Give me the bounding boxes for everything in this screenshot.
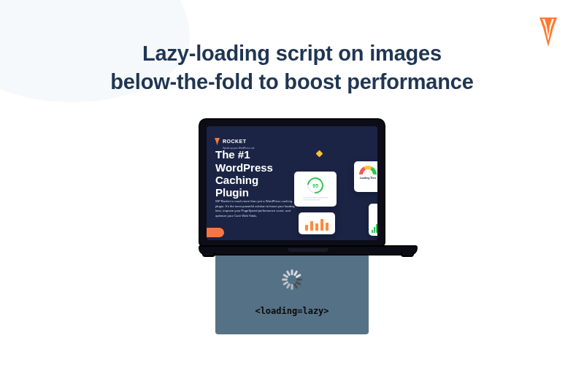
laptop-foot: [202, 253, 215, 257]
laptop-base: [199, 245, 418, 255]
performance-score-card: 95: [294, 172, 337, 207]
page-title: Lazy-loading script on images below-the-…: [0, 0, 584, 96]
loading-time-card: Loading Time: [354, 161, 377, 192]
decorative-diamond-icon: [316, 150, 323, 158]
laptop-screen-frame: ROCKET Speed up your WordPress site The …: [199, 118, 385, 247]
illustration-stage: ROCKET Speed up your WordPress site The …: [182, 118, 402, 334]
cta-pill: [207, 228, 224, 237]
svg-rect-0: [303, 197, 328, 199]
loading-spinner-icon: [282, 274, 302, 294]
code-snippet: <loading=lazy>: [255, 306, 328, 316]
laptop-illustration: ROCKET Speed up your WordPress site The …: [199, 118, 385, 255]
svg-rect-1: [303, 199, 320, 201]
score-ring-icon: 95: [304, 174, 327, 197]
svg-rect-2: [372, 230, 373, 233]
score-value: 95: [312, 183, 318, 188]
wp-rocket-logo-text: ROCKET: [223, 139, 247, 144]
below-fold-panel: <loading=lazy>: [215, 255, 369, 334]
svg-rect-3: [374, 227, 375, 233]
headline-line-1: Lazy-loading script on images: [142, 42, 442, 65]
headline-line-2: below-the-fold to boost performance: [110, 70, 473, 93]
gauge-label: Loading Time: [354, 177, 377, 180]
side-metric-card: [369, 204, 377, 236]
brand-logo-icon: [537, 16, 559, 51]
laptop-foot: [401, 253, 414, 257]
bar-chart-card: [299, 212, 335, 234]
svg-rect-4: [376, 224, 377, 233]
gauge-icon: [359, 166, 377, 174]
hero-title: The #1 WordPress Caching Plugin: [215, 148, 292, 199]
wp-rocket-logo: ROCKET Speed up your WordPress site: [214, 133, 254, 150]
hero-description: WP Rocket is much more than just a WordP…: [215, 199, 297, 218]
laptop-screen: ROCKET Speed up your WordPress site The …: [207, 126, 377, 240]
